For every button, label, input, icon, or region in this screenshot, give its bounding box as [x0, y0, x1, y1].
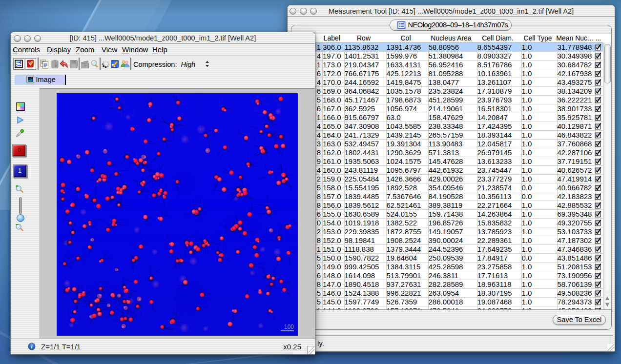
- svg-text:100: 100: [284, 324, 294, 330]
